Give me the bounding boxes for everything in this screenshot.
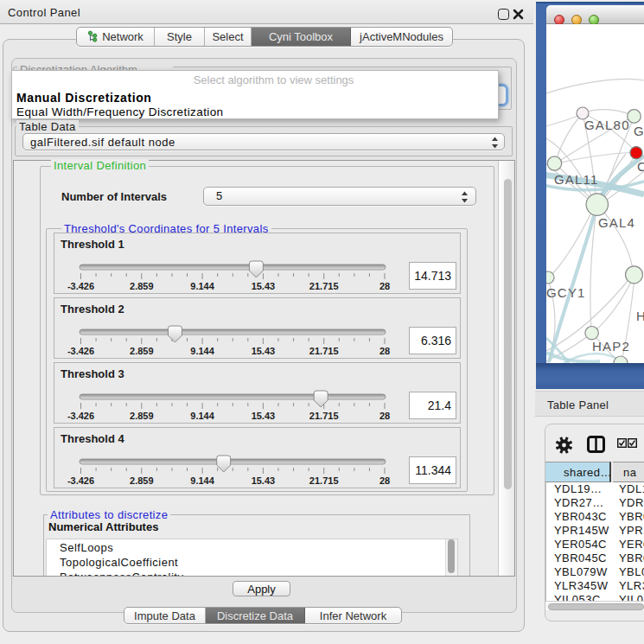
svg-text:HA: HA bbox=[636, 309, 644, 323]
svg-text:GAL80: GAL80 bbox=[584, 118, 630, 132]
svg-text:GA: GA bbox=[634, 124, 644, 138]
svg-text:GAL4: GAL4 bbox=[598, 215, 635, 230]
svg-text:CA: CA bbox=[637, 159, 644, 174]
svg-text:HAP2: HAP2 bbox=[592, 339, 630, 354]
svg-text:GCY1: GCY1 bbox=[546, 285, 586, 300]
svg-text:GAL11: GAL11 bbox=[554, 172, 599, 187]
